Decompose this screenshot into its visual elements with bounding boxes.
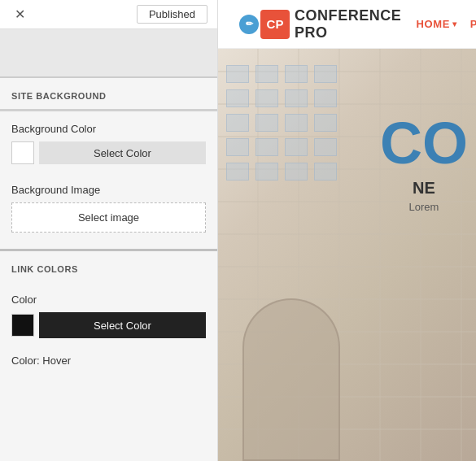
overlay-text: CO NE Lorem bbox=[380, 114, 468, 213]
gray-spacer bbox=[0, 29, 217, 78]
published-button[interactable]: Published bbox=[137, 5, 207, 24]
bg-color-group: Background Color Select Color bbox=[0, 111, 217, 172]
nav-home[interactable]: HOME ▾ bbox=[409, 15, 463, 33]
window-grid bbox=[226, 65, 337, 180]
link-colors-section: LINK COLORS Color Select Color Color: Ho… bbox=[0, 249, 217, 372]
preview-header: ✏ CP CONFERENCE PRO HOME ▾ PE bbox=[218, 0, 476, 49]
panel-scroll-area: SITE BACKGROUND Background Color Select … bbox=[0, 29, 217, 461]
arch-shape bbox=[242, 298, 340, 461]
color-hover-label: Color: Hover bbox=[0, 346, 217, 372]
bg-image-group: Background Image Select image bbox=[0, 172, 217, 241]
bg-color-label: Background Color bbox=[11, 123, 206, 135]
link-color-select-button[interactable]: Select Color bbox=[39, 312, 206, 338]
bg-color-select-button[interactable]: Select Color bbox=[39, 141, 206, 164]
nav-pe[interactable]: PE bbox=[467, 15, 476, 33]
logo-cp-badge: CP bbox=[260, 10, 290, 39]
site-preview: ✏ CP CONFERENCE PRO HOME ▾ PE bbox=[218, 0, 476, 461]
bg-color-row: Select Color bbox=[11, 141, 206, 164]
link-colors-header: LINK COLORS bbox=[0, 251, 217, 282]
site-background-section: SITE BACKGROUND Background Color Select … bbox=[0, 78, 217, 241]
link-color-label: Color bbox=[11, 294, 206, 306]
subtitle-text: NE bbox=[380, 179, 468, 198]
nav-area: HOME ▾ PE bbox=[409, 15, 476, 33]
lorem-text: Lorem bbox=[380, 201, 468, 213]
big-letters: CO bbox=[380, 114, 468, 172]
select-image-button[interactable]: Select image bbox=[11, 202, 206, 233]
bg-color-swatch[interactable] bbox=[11, 141, 34, 164]
top-bar: ✕ Published bbox=[0, 0, 217, 29]
brand-name: CONFERENCE PRO bbox=[295, 7, 401, 41]
logo-wrapper: ✏ CP CONFERENCE PRO bbox=[239, 7, 401, 41]
pencil-icon: ✏ bbox=[239, 15, 259, 34]
bg-image-label: Background Image bbox=[11, 184, 206, 196]
preview-image-area: CO NE Lorem bbox=[218, 49, 476, 461]
link-color-row: Select Color bbox=[11, 312, 206, 338]
nav-home-chevron: ▾ bbox=[452, 20, 457, 28]
link-color-swatch[interactable] bbox=[11, 314, 34, 337]
nav-home-label: HOME bbox=[416, 18, 450, 30]
link-color-group: Color Select Color bbox=[0, 282, 217, 346]
site-background-header: SITE BACKGROUND bbox=[0, 78, 217, 109]
customizer-panel: ✕ Published SITE BACKGROUND Background C… bbox=[0, 0, 218, 461]
close-button[interactable]: ✕ bbox=[10, 5, 30, 24]
